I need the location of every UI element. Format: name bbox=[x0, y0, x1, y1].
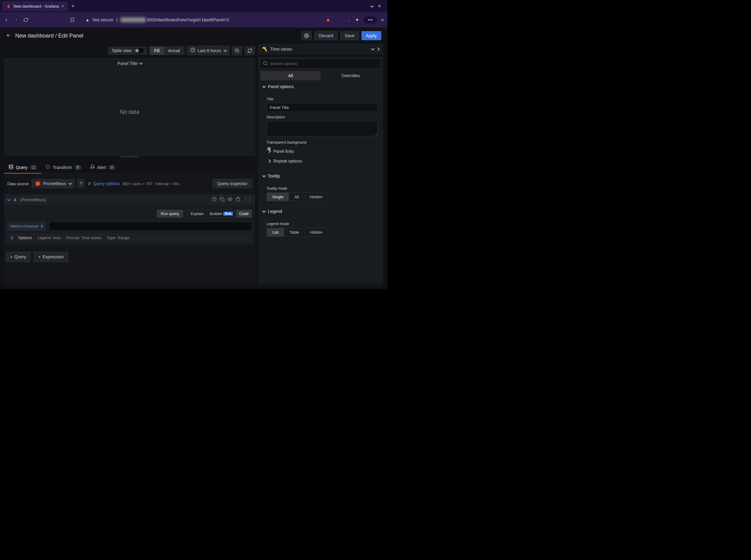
section-header-legend[interactable]: Legend bbox=[258, 206, 383, 217]
brave-icon[interactable]: ◆ bbox=[327, 17, 330, 22]
format-value: Format: Time series bbox=[66, 236, 101, 240]
query-row-actions: ⋮⋮ bbox=[212, 197, 252, 202]
legend-table[interactable]: Table bbox=[284, 228, 304, 236]
run-query-button[interactable]: Run query bbox=[157, 210, 183, 218]
insecure-icon: ▲ bbox=[85, 17, 90, 22]
code-button[interactable]: Code bbox=[236, 210, 252, 217]
browser-actions: ◆ ⌄ ✦ 👓 ≡ bbox=[327, 16, 384, 23]
metrics-browser-label: Metrics browser bbox=[11, 224, 39, 228]
tab-alert[interactable]: Alert 0 bbox=[86, 161, 120, 173]
new-tab-button[interactable]: + bbox=[72, 3, 75, 9]
bookmark-icon[interactable] bbox=[70, 17, 75, 23]
query-options-link[interactable]: Query options bbox=[93, 181, 120, 186]
tab-overrides[interactable]: Overrides bbox=[321, 71, 381, 80]
discard-button[interactable]: Discard bbox=[314, 31, 338, 40]
url-separator: | bbox=[117, 17, 118, 22]
visualization-picker[interactable]: 〽️ Time series bbox=[258, 44, 383, 54]
menu-icon[interactable]: ≡ bbox=[381, 17, 384, 22]
explain-button[interactable]: Explain bbox=[187, 210, 207, 217]
tooltip-hidden[interactable]: Hidden bbox=[304, 193, 328, 201]
repeat-options-row[interactable]: Repeat options bbox=[266, 156, 378, 166]
pocket-icon[interactable]: ⌄ bbox=[348, 17, 351, 22]
eye-icon[interactable] bbox=[228, 197, 233, 202]
save-button[interactable]: Save bbox=[340, 31, 359, 40]
metrics-browser-button[interactable]: Metrics browser bbox=[7, 222, 46, 231]
legend-list[interactable]: List bbox=[267, 228, 284, 236]
legend-hidden[interactable]: Hidden bbox=[304, 228, 328, 236]
builder-label: Builder bbox=[210, 212, 222, 216]
query-input[interactable] bbox=[49, 222, 252, 231]
nav-reload-icon[interactable] bbox=[23, 17, 29, 23]
query-editor: Data source Prometheus ? Query options M… bbox=[4, 174, 255, 284]
zoom-out-button[interactable] bbox=[232, 46, 242, 55]
panel-preview: Panel Title No data bbox=[4, 58, 255, 156]
chevron-right-icon bbox=[267, 159, 271, 163]
apply-button[interactable]: Apply bbox=[361, 31, 381, 40]
chevron-down-icon bbox=[223, 48, 227, 52]
settings-button[interactable] bbox=[301, 31, 312, 40]
extensions-icon[interactable]: ✦ bbox=[355, 17, 359, 22]
panel-links-label: Panel links bbox=[273, 149, 294, 154]
transparent-label: Transparent background bbox=[266, 140, 378, 144]
datasource-help-button[interactable]: ? bbox=[78, 179, 85, 188]
section-title: Tooltip bbox=[268, 174, 280, 178]
svg-point-3 bbox=[9, 165, 13, 166]
help-icon[interactable] bbox=[212, 197, 217, 202]
tab-query[interactable]: Query 1 bbox=[4, 161, 41, 173]
tab-close-icon[interactable]: × bbox=[62, 4, 64, 8]
query-options-row[interactable]: Options Legend: Auto Format: Time series… bbox=[7, 233, 252, 242]
window-dropdown-icon[interactable] bbox=[370, 4, 373, 8]
browser-tab[interactable]: New dashboard - Grafana × bbox=[2, 1, 68, 11]
chevron-down-icon bbox=[262, 84, 266, 88]
datasource-picker[interactable]: Prometheus bbox=[32, 179, 74, 188]
resize-handle[interactable] bbox=[4, 156, 255, 158]
fill-button[interactable]: Fill bbox=[150, 47, 164, 55]
tooltip-single[interactable]: Single bbox=[267, 193, 289, 201]
query-inspector-button[interactable]: Query inspector bbox=[213, 179, 252, 188]
add-expression-button[interactable]: +Expression bbox=[34, 252, 68, 262]
tab-transform[interactable]: Transform 0 bbox=[41, 161, 86, 173]
url-bar[interactable]: ▲ Not secure | 192.168.1.1:3000/dashboar… bbox=[85, 17, 322, 22]
window-close-icon[interactable]: ✕ bbox=[378, 4, 381, 8]
query-letter: A bbox=[14, 197, 17, 202]
add-query-button[interactable]: +Query bbox=[5, 252, 31, 262]
svg-point-0 bbox=[306, 35, 307, 36]
table-view-toggle[interactable]: Table view bbox=[108, 47, 147, 55]
chevron-right-icon bbox=[39, 224, 43, 228]
section-header-tooltip[interactable]: Tooltip bbox=[258, 171, 383, 181]
time-range-picker[interactable]: Last 6 hours bbox=[187, 46, 230, 55]
tab-bar: New dashboard - Grafana × + ✕ bbox=[0, 0, 388, 12]
chevron-down-icon bbox=[371, 47, 375, 50]
tab-all[interactable]: All bbox=[260, 71, 321, 80]
builder-button[interactable]: Builder Beta bbox=[207, 210, 236, 217]
editor-mode-group: Explain Builder Beta Code bbox=[187, 210, 252, 218]
query-row-header[interactable]: A (Prometheus) ⋮⋮ bbox=[4, 194, 255, 205]
datasource-row: Data source Prometheus ? Query options M… bbox=[4, 177, 255, 190]
search-options-input[interactable] bbox=[260, 59, 381, 68]
tooltip-all[interactable]: All bbox=[289, 193, 304, 201]
drag-icon[interactable]: ⋮⋮ bbox=[243, 197, 252, 202]
desc-label: Description bbox=[266, 115, 378, 119]
clock-icon bbox=[190, 47, 195, 53]
incognito-icon[interactable]: 👓 bbox=[363, 16, 377, 23]
title-input[interactable] bbox=[266, 103, 378, 112]
actual-button[interactable]: Actual bbox=[164, 47, 184, 55]
query-interval: Interval = 30s bbox=[155, 181, 179, 186]
nav-forward-icon[interactable] bbox=[14, 17, 19, 23]
svg-rect-5 bbox=[221, 199, 224, 201]
trash-icon[interactable] bbox=[236, 197, 240, 202]
chevron-down-icon bbox=[68, 181, 72, 185]
back-arrow-icon[interactable] bbox=[6, 33, 11, 39]
panel-links-row[interactable]: Panel links bbox=[266, 146, 378, 156]
viz-toolbar: Table view Fill Actual Last 6 hours bbox=[4, 44, 255, 58]
refresh-button[interactable] bbox=[245, 46, 255, 55]
description-input[interactable] bbox=[266, 121, 378, 136]
nav-bar: ▲ Not secure | 192.168.1.1:3000/dashboar… bbox=[0, 12, 388, 27]
panel-title[interactable]: Panel Title bbox=[117, 61, 141, 66]
url-text: 192.168.1.1:3000/dashboard/new?orgId=1&e… bbox=[120, 17, 229, 22]
nav-back-icon[interactable] bbox=[4, 17, 9, 23]
chevron-right-icon bbox=[376, 47, 379, 51]
section-header-panel-options[interactable]: Panel options bbox=[258, 81, 383, 92]
section-legend: Legend Legend mode List Table Hidden bbox=[258, 205, 383, 241]
duplicate-icon[interactable] bbox=[220, 197, 224, 202]
